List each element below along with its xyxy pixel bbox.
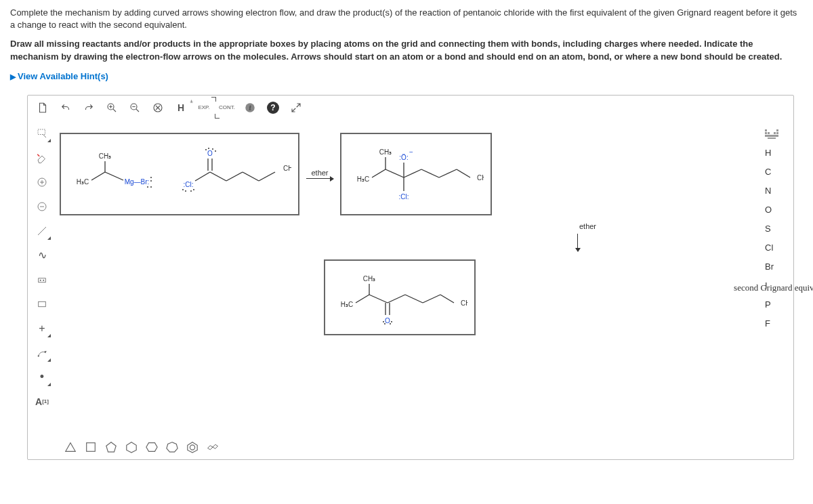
svg-rect-11	[39, 301, 46, 307]
radical-tool-icon[interactable]: •	[33, 368, 51, 387]
element-cl[interactable]: Cl	[759, 238, 793, 257]
curved-arrow-tool-icon[interactable]	[33, 343, 51, 362]
reaction-arrow-down	[577, 234, 578, 251]
ch3-label-3: CH₃	[363, 275, 375, 282]
contract-button[interactable]: CONT.	[219, 100, 235, 116]
svg-line-26	[195, 172, 210, 181]
svg-point-50	[383, 321, 384, 322]
svg-point-9	[40, 280, 41, 281]
undo-icon[interactable]	[58, 100, 74, 116]
svg-point-20	[205, 149, 207, 150]
square-template-icon[interactable]	[84, 440, 98, 454]
reactant-box-1[interactable]: CH₃ H₃C Mg—Br: O	[60, 133, 299, 215]
lone-pair-tool-icon[interactable]	[33, 270, 51, 289]
svg-rect-68	[765, 132, 767, 134]
svg-marker-63	[167, 442, 178, 452]
svg-rect-70	[774, 132, 776, 134]
wavy-bond-tool-icon[interactable]: ∿	[33, 246, 51, 265]
svg-point-21	[208, 148, 209, 149]
add-charge-minus-icon[interactable]	[33, 197, 51, 216]
element-br[interactable]: Br	[759, 257, 793, 276]
element-h[interactable]: H	[759, 144, 793, 163]
svg-marker-62	[146, 442, 157, 451]
cont-label: CONT.	[219, 104, 235, 110]
help-icon[interactable]: ?	[265, 100, 281, 116]
cl-label-2: :Cl:	[399, 193, 409, 201]
pentagon-template-icon[interactable]	[104, 440, 118, 454]
svg-point-28	[185, 190, 186, 192]
ring-template-bar	[57, 434, 759, 459]
svg-line-44	[457, 169, 470, 177]
hexagon2-template-icon[interactable]	[145, 440, 159, 454]
second-grignard-text: second Grignard equivalent	[734, 282, 813, 293]
element-f[interactable]: F	[759, 314, 793, 333]
plus-tool-icon[interactable]: +	[33, 319, 51, 338]
ch3-end-label: CH₃	[283, 165, 291, 172]
svg-point-22	[212, 148, 213, 150]
expand-button[interactable]: EXP.	[196, 100, 212, 116]
svg-line-42	[421, 169, 439, 177]
benzene-template-icon[interactable]	[186, 440, 199, 454]
element-s[interactable]: S	[759, 219, 793, 238]
svg-line-15	[105, 172, 123, 180]
box-tool-icon[interactable]	[33, 295, 51, 314]
h3c-label: H₃C	[77, 178, 89, 186]
svg-line-14	[91, 172, 105, 180]
o-label-3: O	[385, 317, 390, 324]
element-o[interactable]: O	[759, 201, 793, 219]
fullscreen-icon[interactable]	[288, 100, 304, 116]
svg-line-31	[210, 172, 226, 181]
svg-marker-60	[106, 442, 116, 452]
info-icon[interactable]: i	[242, 100, 258, 116]
chair-template-icon[interactable]	[206, 440, 220, 454]
svg-line-47	[369, 295, 388, 303]
view-hints-toggle[interactable]: View Available Hint(s)	[10, 68, 803, 84]
exp-label: EXP.	[198, 104, 209, 110]
drawing-canvas[interactable]: CH₃ H₃C Mg—Br: O	[57, 121, 759, 459]
delete-icon[interactable]	[150, 100, 166, 116]
product-box[interactable]: CH₃ H₃C O CH₃	[324, 259, 476, 335]
zoom-out-icon[interactable]	[127, 100, 143, 116]
redo-icon[interactable]	[81, 100, 97, 116]
svg-line-37	[385, 169, 404, 177]
cl-label: :Cl:	[184, 181, 194, 188]
svg-text:−: −	[409, 148, 413, 156]
element-n[interactable]: N	[759, 182, 793, 201]
element-c[interactable]: C	[759, 163, 793, 182]
svg-line-54	[388, 295, 405, 303]
eraser-tool-icon[interactable]	[33, 148, 51, 167]
top-toolbar: H± EXP. CONT. i ?	[28, 96, 793, 121]
svg-rect-8	[39, 278, 46, 282]
zoom-in-icon[interactable]	[104, 100, 120, 116]
o-label: O	[207, 150, 213, 157]
atom-label-tool-icon[interactable]: A[1]	[33, 392, 51, 411]
svg-point-16	[150, 177, 152, 178]
svg-line-36	[372, 169, 385, 177]
select-tool-icon[interactable]	[33, 124, 51, 143]
ch3-label: CH₃	[99, 152, 111, 160]
ether-label-1: ether	[311, 169, 328, 177]
hydrogen-toggle[interactable]: H±	[173, 100, 189, 116]
periodic-table-icon[interactable]	[759, 125, 793, 144]
intermediate-box[interactable]: CH₃ H₃C :Ö: − :Cl:	[340, 133, 492, 215]
triangle-template-icon[interactable]	[64, 440, 77, 454]
add-charge-plus-icon[interactable]	[33, 173, 51, 192]
svg-point-52	[390, 323, 391, 324]
single-bond-tool-icon[interactable]	[33, 222, 51, 240]
hexagon-template-icon[interactable]	[125, 440, 138, 454]
heptagon-template-icon[interactable]	[165, 440, 179, 454]
svg-rect-67	[776, 129, 778, 131]
element-p[interactable]: P	[759, 295, 793, 314]
ether-label-2: ether	[579, 222, 596, 230]
svg-rect-72	[765, 135, 778, 137]
atom-sup: [1]	[42, 398, 49, 404]
svg-rect-71	[776, 132, 778, 134]
svg-point-18	[147, 186, 148, 188]
svg-rect-69	[768, 132, 770, 134]
svg-point-65	[190, 445, 194, 450]
svg-line-55	[405, 295, 423, 303]
o-anion-label: :Ö:	[399, 154, 408, 161]
new-doc-icon[interactable]	[35, 100, 51, 116]
svg-line-33	[243, 172, 259, 181]
svg-point-12	[38, 355, 39, 356]
